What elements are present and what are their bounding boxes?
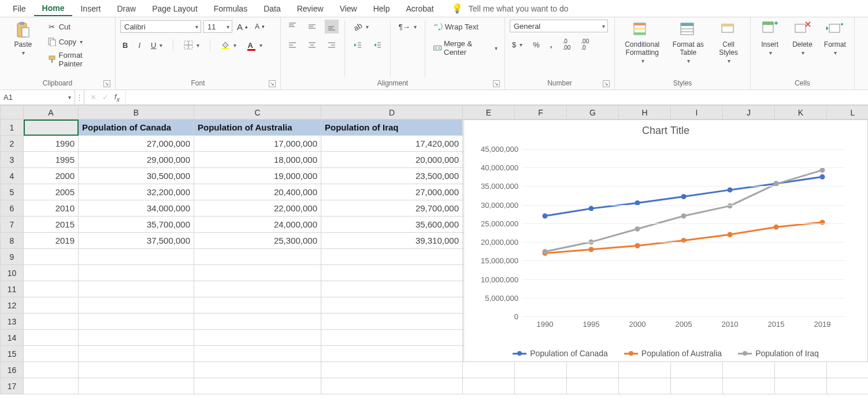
embedded-chart[interactable]: Chart Title 05,000,00010,000,00015,000,0… bbox=[463, 120, 868, 362]
cell[interactable]: 23,500,000 bbox=[321, 168, 463, 184]
row-header[interactable]: 17 bbox=[1, 378, 24, 394]
format-cells-button[interactable]: Format▾ bbox=[821, 20, 850, 57]
tab-file[interactable]: File bbox=[5, 2, 34, 16]
cell[interactable]: 1990 bbox=[24, 136, 79, 152]
cell[interactable] bbox=[24, 297, 79, 314]
col-header-C[interactable]: C bbox=[194, 106, 321, 120]
comma-button[interactable]: , bbox=[548, 38, 555, 51]
align-top-button[interactable] bbox=[285, 20, 299, 33]
row-header[interactable]: 3 bbox=[1, 152, 24, 168]
align-right-button[interactable] bbox=[325, 38, 339, 52]
cell[interactable]: 2010 bbox=[24, 200, 79, 217]
cell[interactable] bbox=[619, 378, 671, 394]
cell[interactable]: 2015 bbox=[24, 217, 79, 233]
row-header[interactable]: 5 bbox=[1, 184, 24, 200]
cell[interactable] bbox=[194, 330, 321, 346]
row-header[interactable]: 6 bbox=[1, 200, 24, 217]
tab-help[interactable]: Help bbox=[365, 2, 398, 16]
row-header[interactable]: 13 bbox=[1, 314, 24, 330]
cell[interactable]: 20,000,000 bbox=[321, 152, 463, 168]
tab-draw[interactable]: Draw bbox=[109, 2, 144, 16]
increase-decimal-button[interactable]: .0.00 bbox=[560, 37, 573, 52]
cell[interactable]: 2019 bbox=[24, 233, 79, 249]
cell[interactable] bbox=[723, 362, 775, 378]
tab-acrobat[interactable]: Acrobat bbox=[398, 2, 442, 16]
col-header-B[interactable]: B bbox=[79, 106, 194, 120]
row-header[interactable]: 1 bbox=[1, 120, 24, 136]
cell[interactable]: 35,600,000 bbox=[321, 217, 463, 233]
cell[interactable] bbox=[24, 362, 79, 378]
chart-title[interactable]: Chart Title bbox=[464, 125, 867, 137]
increase-font-button[interactable]: A▴ bbox=[235, 20, 250, 33]
cell-styles-button[interactable]: Cell Styles▾ bbox=[711, 20, 745, 65]
chart-plot-area[interactable]: 05,000,00010,000,00015,000,00020,000,000… bbox=[522, 149, 845, 316]
decrease-font-button[interactable]: A▾ bbox=[253, 20, 267, 33]
col-header-G[interactable]: G bbox=[567, 106, 619, 120]
chart-legend[interactable]: Population of CanadaPopulation of Austra… bbox=[464, 349, 867, 358]
align-bottom-button[interactable] bbox=[325, 20, 339, 33]
cell[interactable]: 2005 bbox=[24, 184, 79, 200]
cell[interactable] bbox=[24, 120, 79, 136]
tab-review[interactable]: Review bbox=[289, 2, 332, 16]
chart-legend-item[interactable]: Population of Iraq bbox=[738, 349, 819, 358]
cell[interactable] bbox=[775, 378, 827, 394]
merge-center-button[interactable]: Merge & Center ▾ bbox=[431, 38, 500, 58]
name-box[interactable]: A1 ▾ bbox=[0, 90, 75, 105]
cell[interactable]: 39,310,000 bbox=[321, 233, 463, 249]
cell[interactable] bbox=[463, 378, 515, 394]
cell[interactable] bbox=[24, 281, 79, 297]
cell[interactable] bbox=[321, 346, 463, 362]
tab-formulas[interactable]: Formulas bbox=[206, 2, 255, 16]
currency-button[interactable]: $▾ bbox=[510, 38, 525, 51]
cell[interactable] bbox=[321, 378, 463, 394]
cell[interactable] bbox=[321, 297, 463, 314]
cell[interactable]: 27,000,000 bbox=[79, 136, 194, 152]
col-header-H[interactable]: H bbox=[619, 106, 671, 120]
col-header-A[interactable]: A bbox=[24, 106, 79, 120]
col-header-I[interactable]: I bbox=[671, 106, 723, 120]
row-header[interactable]: 10 bbox=[1, 265, 24, 281]
cell[interactable] bbox=[321, 314, 463, 330]
cell[interactable]: 29,000,000 bbox=[79, 152, 194, 168]
row-header[interactable]: 9 bbox=[1, 249, 24, 265]
cell[interactable]: 17,000,000 bbox=[194, 136, 321, 152]
cell[interactable] bbox=[567, 362, 619, 378]
cell[interactable] bbox=[775, 362, 827, 378]
cell[interactable]: 37,500,000 bbox=[79, 233, 194, 249]
cell[interactable] bbox=[194, 346, 321, 362]
copy-button[interactable]: Copy ▾ bbox=[45, 35, 110, 49]
cell[interactable] bbox=[79, 378, 194, 394]
decrease-indent-button[interactable] bbox=[351, 38, 365, 52]
row-header[interactable]: 7 bbox=[1, 217, 24, 233]
row-header[interactable]: 14 bbox=[1, 330, 24, 346]
cell[interactable]: 32,200,000 bbox=[79, 184, 194, 200]
cell[interactable] bbox=[194, 249, 321, 265]
italic-button[interactable]: I bbox=[136, 38, 143, 52]
cell[interactable] bbox=[79, 281, 194, 297]
cell[interactable]: 34,000,000 bbox=[79, 200, 194, 217]
select-all-corner[interactable] bbox=[1, 106, 24, 120]
col-header-E[interactable]: E bbox=[463, 106, 515, 120]
cell[interactable] bbox=[194, 378, 321, 394]
fill-color-button[interactable]: ▾ bbox=[218, 38, 239, 52]
chart-legend-item[interactable]: Population of Australia bbox=[624, 349, 722, 358]
insert-cells-button[interactable]: Insert▾ bbox=[755, 20, 784, 57]
percent-button[interactable]: % bbox=[531, 38, 542, 51]
tab-data[interactable]: Data bbox=[255, 2, 289, 16]
row-header[interactable]: 4 bbox=[1, 168, 24, 184]
cell[interactable] bbox=[515, 362, 567, 378]
cell[interactable]: 29,700,000 bbox=[321, 200, 463, 217]
col-header-L[interactable]: L bbox=[827, 106, 869, 120]
cell[interactable] bbox=[79, 330, 194, 346]
cell[interactable] bbox=[194, 265, 321, 281]
cell[interactable] bbox=[79, 249, 194, 265]
font-color-button[interactable]: A ▾ bbox=[244, 38, 265, 52]
row-header[interactable]: 15 bbox=[1, 346, 24, 362]
cell[interactable] bbox=[24, 314, 79, 330]
cell[interactable] bbox=[194, 297, 321, 314]
cell[interactable] bbox=[463, 362, 515, 378]
tab-home[interactable]: Home bbox=[34, 1, 73, 16]
paste-button[interactable]: Paste ▾ bbox=[5, 20, 42, 57]
number-launcher[interactable]: ↘ bbox=[603, 80, 610, 87]
cell[interactable]: 19,000,000 bbox=[194, 168, 321, 184]
